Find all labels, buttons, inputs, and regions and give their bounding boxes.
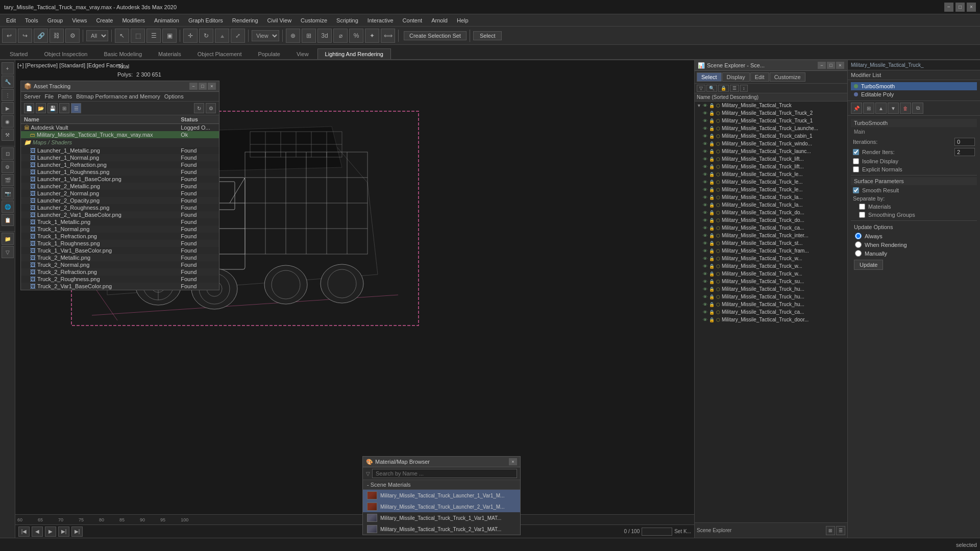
menu-item-group[interactable]: Group — [43, 16, 67, 24]
next-frame-button[interactable]: ▶| — [58, 527, 69, 537]
select-by-name-button[interactable]: ☰ — [146, 29, 161, 43]
select-object-button[interactable]: ↖ — [115, 29, 129, 43]
asset-file-row[interactable]: 🖼Truck_2_Var1_BaseColor.png Found — [21, 283, 219, 290]
select-button[interactable]: Select — [473, 31, 502, 40]
se-lock-button[interactable]: 🔒 — [718, 85, 729, 92]
asset-file-row[interactable]: 🖼Launcher_2_Roughness.png Found — [21, 204, 219, 211]
se-highlight-button[interactable]: ☰ — [730, 85, 739, 92]
asset-file-row[interactable]: 🖼Truck_1_Roughness.png Found — [21, 240, 219, 247]
tree-item[interactable]: 👁 🔒 ⬡ Military_Missile_Tactical_Truck_wi… — [695, 140, 847, 147]
hierarchy-panel-button[interactable]: ⋮ — [2, 89, 14, 101]
tree-item[interactable]: 👁 🔒 ⬡ Military_Missile_Tactical_Truck_le… — [695, 170, 847, 178]
item-eye-icon[interactable]: 👁 — [703, 264, 707, 269]
se-bottom-btn2[interactable]: ☰ — [836, 526, 845, 535]
menu-item-views[interactable]: Views — [68, 16, 91, 24]
item-eye-icon[interactable]: 👁 — [703, 126, 707, 131]
root-eye-icon[interactable]: 👁 — [703, 103, 707, 108]
tree-item[interactable]: 👁 🔒 ⬡ Military_Missile_Tactical_Truck_la… — [695, 147, 847, 155]
menu-item-modifiers[interactable]: Modifiers — [118, 16, 149, 24]
mod-up-button[interactable]: ▲ — [875, 103, 887, 114]
tree-item[interactable]: 👁 🔒 ⬡ Military_Missile_Tactical_Truck_hu… — [695, 300, 847, 308]
scale-button[interactable]: ⟁ — [215, 29, 229, 43]
item-eye-icon[interactable]: 👁 — [703, 248, 707, 254]
asset-scroll-area[interactable]: Name Status 🏛 Autodesk Vault Logged O... — [21, 115, 219, 290]
goto-start-button[interactable]: |◀ — [18, 527, 30, 537]
menu-item-animation[interactable]: Animation — [150, 16, 183, 24]
close-button[interactable]: × — [967, 3, 976, 12]
at-menu-bitmap-performance-and-memory[interactable]: Bitmap Performance and Memory — [76, 93, 160, 99]
mod-copy-button[interactable]: ⧉ — [912, 103, 923, 114]
tree-item[interactable]: 👁 🔒 ⬡ Military_Missile_Tactical_Truck_Tr… — [695, 109, 847, 117]
workflow-tab-populate[interactable]: Populate — [251, 48, 288, 59]
isoline-checkbox[interactable] — [853, 158, 859, 164]
tree-item[interactable]: 👁 🔒 ⬡ Military_Missile_Tactical_Truck_li… — [695, 155, 847, 163]
menu-item-scripting[interactable]: Scripting — [332, 16, 362, 24]
asset-file-row[interactable]: 🖼Truck_2_Normal.png Found — [21, 261, 219, 268]
tree-item[interactable]: 👁 🔒 ⬡ Military_Missile_Tactical_Truck_w.… — [695, 255, 847, 262]
spinner-snap-button[interactable]: ✦ — [365, 29, 379, 43]
item-eye-icon[interactable]: 👁 — [703, 118, 707, 123]
material-item[interactable]: Military_Missile_Tactical_Truck_Truck_1_… — [363, 512, 520, 523]
prev-frame-button[interactable]: ◀ — [32, 527, 43, 537]
asset-file-row[interactable]: 🖼Launcher_2_Normal.png Found — [21, 190, 219, 197]
asset-file-row[interactable]: 🖼Truck_1_Normal.png Found — [21, 226, 219, 233]
render-settings-button[interactable]: 📷 — [2, 187, 14, 199]
tree-item[interactable]: 👁 🔒 ⬡ Military_Missile_Tactical_Truck_ca… — [695, 224, 847, 232]
tree-item[interactable]: 👁 🔒 ⬡ Military_Missile_Tactical_Truck_w.… — [695, 270, 847, 278]
tree-item[interactable]: 👁 🔒 ⬡ Military_Missile_Tactical_Truck_le… — [695, 186, 847, 193]
menu-item-civil-view[interactable]: Civil View — [263, 16, 296, 24]
item-eye-icon[interactable]: 👁 — [703, 134, 707, 139]
se-filter-button[interactable]: ▽ — [697, 85, 705, 92]
at-grid-button[interactable]: ⊞ — [59, 103, 69, 113]
goto-end-button[interactable]: ▶| — [71, 527, 83, 537]
workflow-tab-view[interactable]: View — [289, 48, 316, 59]
unlink-button[interactable]: ⛓ — [50, 29, 64, 43]
workflow-tab-object-placement[interactable]: Object Placement — [190, 48, 250, 59]
display-panel-button[interactable]: ◉ — [2, 115, 14, 128]
redo-button[interactable]: ↪ — [18, 29, 32, 43]
asset-minimize-button[interactable]: − — [189, 83, 198, 90]
item-eye-icon[interactable]: 👁 — [703, 195, 707, 200]
minimize-button[interactable]: − — [944, 3, 953, 12]
motion-panel-button[interactable]: ▶ — [2, 102, 14, 114]
main-file-row[interactable]: 🗃 Military_Missile_Tactical_Truck_max_vr… — [21, 131, 219, 138]
ref-coord-button[interactable]: ⊕ — [286, 29, 300, 43]
se-minimize-button[interactable]: − — [818, 62, 826, 69]
asset-file-row[interactable]: 🖼Launcher_2_Var1_BaseColor.png Found — [21, 211, 219, 218]
mod-down-button[interactable]: ▼ — [888, 103, 899, 114]
editable-poly-item[interactable]: Editable Poly — [851, 90, 977, 98]
menu-item-content[interactable]: Content — [399, 16, 427, 24]
tree-item[interactable]: 👁 🔒 ⬡ Military_Missile_Tactical_Truck_Tr… — [695, 117, 847, 124]
item-eye-icon[interactable]: 👁 — [703, 271, 707, 277]
maximize-button[interactable]: □ — [955, 3, 965, 12]
menu-item-graph-editors[interactable]: Graph Editors — [184, 16, 227, 24]
tree-item[interactable]: 👁 🔒 ⬡ Military_Missile_Tactical_Truck_do… — [695, 216, 847, 224]
asset-file-row[interactable]: 🖼Truck_2_Metallic.png Found — [21, 254, 219, 261]
se-bottom-btn1[interactable]: ⊞ — [826, 526, 835, 535]
manually-radio[interactable] — [855, 250, 862, 257]
at-menu-options[interactable]: Options — [164, 93, 184, 99]
tree-item[interactable]: 👁 🔒 ⬡ Military_Missile_Tactical_Truck_su… — [695, 278, 847, 285]
undo-button[interactable]: ↩ — [2, 29, 16, 43]
item-eye-icon[interactable]: 👁 — [703, 172, 707, 177]
angle-snap-button[interactable]: ⌀ — [333, 29, 348, 43]
material-item[interactable]: Military_Missile_Tactical_Truck_Truck_2_… — [363, 523, 520, 535]
item-eye-icon[interactable]: 👁 — [703, 210, 707, 215]
tree-item[interactable]: 👁 🔒 ⬡ Military_Missile_Tactical_Truck_st… — [695, 239, 847, 247]
item-eye-icon[interactable]: 👁 — [703, 302, 707, 307]
se-edit-button[interactable]: Edit — [750, 72, 769, 82]
smooth-result-checkbox[interactable] — [853, 187, 859, 193]
align-button[interactable]: ⊞ — [302, 29, 316, 43]
transform-button[interactable]: ⤢ — [231, 29, 245, 43]
rotate-button[interactable]: ↻ — [199, 29, 213, 43]
mirror-button[interactable]: ⟺ — [381, 29, 395, 43]
tree-item[interactable]: 👁 🔒 ⬡ Military_Missile_Tactical_Truck_li… — [695, 163, 847, 170]
material-item[interactable]: Military_Missile_Tactical_Truck_Launcher… — [363, 490, 520, 501]
menu-item-interactive[interactable]: Interactive — [363, 16, 398, 24]
at-menu-paths[interactable]: Paths — [58, 93, 72, 99]
at-save-button[interactable]: 💾 — [47, 103, 58, 113]
menu-item-create[interactable]: Create — [92, 16, 117, 24]
workflow-tab-object-inspection[interactable]: Object Inspection — [36, 48, 95, 59]
frame-slider[interactable] — [642, 528, 672, 536]
bind-button[interactable]: ⚙ — [65, 29, 80, 43]
